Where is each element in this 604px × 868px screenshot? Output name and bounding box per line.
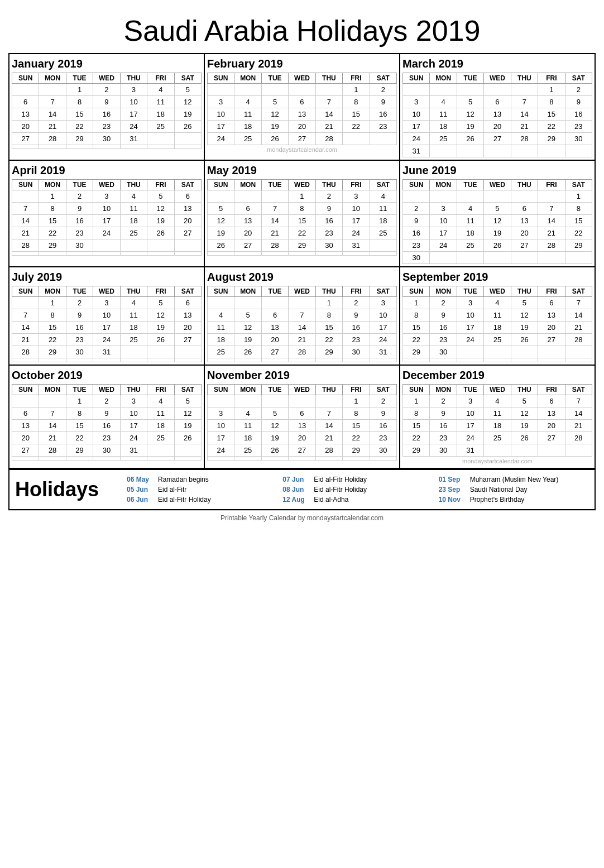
calendar-day <box>565 444 592 457</box>
calendar-day <box>289 252 315 256</box>
holiday-name: Eid al-Fitr <box>158 486 186 493</box>
calendar-day: 5 <box>174 395 201 407</box>
calendar-day: 16 <box>430 420 457 432</box>
calendar-day: 17 <box>403 121 430 133</box>
calendar-day <box>208 190 234 203</box>
calendar-day: 15 <box>39 215 66 227</box>
calendar-day <box>234 358 261 362</box>
day-header: MON <box>430 73 457 84</box>
calendar-table: SUNMONTUEWEDTHUFRISAT1234567891011121314… <box>207 179 397 256</box>
calendar-day: 18 <box>120 215 147 227</box>
calendar-day: 4 <box>120 297 147 309</box>
calendar-day: 19 <box>511 420 538 432</box>
month-title: August 2019 <box>207 270 397 286</box>
calendar-day <box>234 252 261 256</box>
calendar-day: 20 <box>12 432 39 444</box>
calendar-day: 11 <box>147 96 174 108</box>
calendar-day: 18 <box>147 108 174 121</box>
calendar-day: 25 <box>484 334 511 346</box>
day-header: THU <box>511 385 538 395</box>
calendar-table: SUNMONTUEWEDTHUFRISAT1234567891011121314… <box>402 286 592 362</box>
calendar-day: 12 <box>511 407 538 420</box>
calendar-day: 2 <box>403 203 430 215</box>
calendar-day: 9 <box>343 309 370 322</box>
holiday-item: 06 MayRamadan begins <box>127 476 277 483</box>
calendar-day: 21 <box>261 227 288 239</box>
calendar-day: 21 <box>12 227 39 239</box>
calendar-day <box>370 239 396 252</box>
calendar-day: 11 <box>430 108 457 121</box>
calendar-day: 2 <box>343 297 370 309</box>
day-header: SAT <box>174 286 201 297</box>
page-title: Saudi Arabia Holidays 2019 <box>8 6 596 53</box>
calendar-day: 13 <box>261 322 288 334</box>
calendar-day: 25 <box>484 432 511 444</box>
calendar-day <box>511 145 538 157</box>
month-title: April 2019 <box>12 163 202 179</box>
calendar-day: 30 <box>93 133 120 145</box>
calendar-day: 29 <box>315 346 342 358</box>
calendar-day: 8 <box>343 407 370 420</box>
month-block: June 2019SUNMONTUEWEDTHUFRISAT1234567891… <box>400 161 596 267</box>
calendar-day: 21 <box>39 432 66 444</box>
calendar-day <box>174 358 201 362</box>
holiday-date: 05 Jun <box>127 486 155 493</box>
calendar-day: 20 <box>538 420 565 432</box>
calendar-day: 28 <box>315 444 342 457</box>
calendar-day: 8 <box>39 203 66 215</box>
calendar-day <box>208 84 234 96</box>
calendar-day: 5 <box>261 407 288 420</box>
day-header: TUE <box>261 73 288 84</box>
calendar-day: 2 <box>66 190 93 203</box>
calendar-day <box>93 358 120 362</box>
calendar-day: 9 <box>66 203 93 215</box>
calendar-day <box>120 457 147 461</box>
calendar-day: 1 <box>343 395 370 407</box>
calendar-day: 5 <box>457 96 483 108</box>
day-header: SUN <box>403 73 430 84</box>
calendar-day: 5 <box>484 203 511 215</box>
day-header: TUE <box>457 385 483 395</box>
calendar-day: 27 <box>261 346 288 358</box>
day-header: SUN <box>12 286 39 297</box>
day-header: FRI <box>538 180 565 190</box>
calendar-day: 31 <box>457 444 483 457</box>
calendar-table: SUNMONTUEWEDTHUFRISAT1234567891011121314… <box>402 384 592 466</box>
month-block: August 2019SUNMONTUEWEDTHUFRISAT12345678… <box>205 267 400 366</box>
calendar-day: 11 <box>147 407 174 420</box>
holidays-title: Holidays <box>15 476 127 503</box>
calendar-day: 6 <box>511 203 538 215</box>
month-block: December 2019SUNMONTUEWEDTHUFRISAT123456… <box>400 366 596 469</box>
calendar-day <box>147 239 174 252</box>
calendar-day: 12 <box>174 407 201 420</box>
calendar-day <box>174 252 201 256</box>
calendar-day: 8 <box>66 96 93 108</box>
calendar-day <box>370 252 396 256</box>
day-header: SUN <box>12 73 39 84</box>
calendar-day: 28 <box>315 133 342 145</box>
calendar-day: 8 <box>343 96 370 108</box>
calendar-day: 15 <box>403 322 430 334</box>
calendar-day: 9 <box>93 407 120 420</box>
calendar-day: 12 <box>147 309 174 322</box>
month-title: October 2019 <box>12 368 202 384</box>
calendar-table: SUNMONTUEWEDTHUFRISAT1234567891011121314… <box>207 286 397 362</box>
month-block: November 2019SUNMONTUEWEDTHUFRISAT123456… <box>205 366 400 469</box>
calendar-day: 23 <box>93 121 120 133</box>
calendar-day: 29 <box>565 239 592 252</box>
calendar-day: 18 <box>457 227 483 239</box>
day-header: WED <box>289 385 315 395</box>
day-header: THU <box>511 286 538 297</box>
calendar-day: 16 <box>430 322 457 334</box>
day-header: TUE <box>457 180 483 190</box>
calendar-day <box>457 252 483 264</box>
month-block: May 2019SUNMONTUEWEDTHUFRISAT12345678910… <box>205 161 400 267</box>
calendar-day <box>289 395 315 407</box>
day-header: MON <box>39 73 66 84</box>
holiday-item: 12 AugEid al-Adha <box>282 496 433 503</box>
calendar-day <box>208 252 234 256</box>
calendar-day: 6 <box>538 297 565 309</box>
calendar-day: 4 <box>370 190 396 203</box>
calendar-day <box>484 444 511 457</box>
calendar-day <box>39 395 66 407</box>
